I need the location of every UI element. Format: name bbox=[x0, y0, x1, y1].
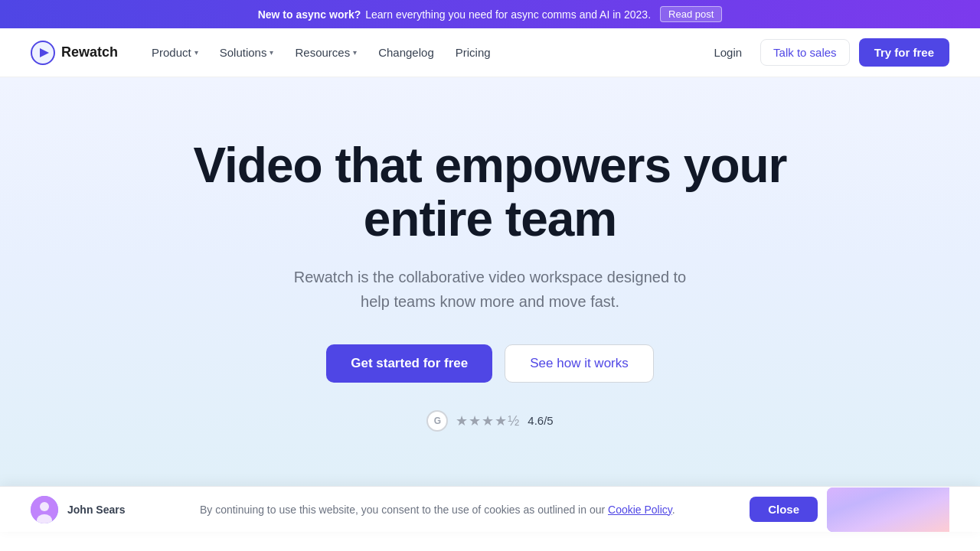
cookie-text: By continuing to use this website, you c… bbox=[155, 504, 719, 516]
cookie-left: John Sears bbox=[31, 496, 125, 523]
star-rating: ★★★★½ bbox=[456, 412, 520, 429]
nav-links: Product ▾ Solutions ▾ Resources ▾ Change… bbox=[142, 40, 704, 65]
nav-item-changelog[interactable]: Changelog bbox=[369, 40, 443, 65]
g2-icon: G bbox=[426, 410, 448, 432]
cookie-policy-link[interactable]: Cookie Policy bbox=[608, 504, 672, 516]
hero-title: Video that empowers your entire team bbox=[122, 139, 858, 246]
login-button[interactable]: Login bbox=[704, 40, 751, 65]
banner-text: Learn everything you need for async comm… bbox=[365, 8, 651, 21]
avatar bbox=[31, 496, 58, 523]
try-for-free-button[interactable]: Try for free bbox=[859, 38, 949, 67]
cookie-person-name: John Sears bbox=[67, 504, 125, 516]
logo-icon bbox=[31, 41, 55, 65]
nav-item-product[interactable]: Product ▾ bbox=[142, 40, 207, 65]
cookie-close-button[interactable]: Close bbox=[750, 497, 818, 522]
nav-item-solutions[interactable]: Solutions ▾ bbox=[211, 40, 283, 65]
chevron-down-icon: ▾ bbox=[194, 48, 198, 57]
rating-row: G ★★★★½ 4.6/5 bbox=[426, 410, 553, 432]
nav-right: Login Talk to sales Try for free bbox=[704, 38, 949, 67]
hero-subtitle: Rewatch is the collaborative video works… bbox=[294, 265, 687, 314]
cookie-banner: John Sears By continuing to use this web… bbox=[0, 486, 980, 532]
see-how-it-works-button[interactable]: See how it works bbox=[505, 344, 654, 383]
preview-image bbox=[827, 487, 949, 532]
chevron-down-icon: ▾ bbox=[353, 48, 357, 57]
banner-new-label: New to async work? bbox=[258, 8, 361, 21]
preview-person bbox=[827, 487, 949, 532]
top-banner: New to async work? Learn everything you … bbox=[0, 0, 980, 28]
cookie-right: Close bbox=[750, 487, 949, 532]
get-started-button[interactable]: Get started for free bbox=[326, 344, 492, 383]
logo[interactable]: Rewatch bbox=[31, 41, 118, 65]
main-nav: Rewatch Product ▾ Solutions ▾ Resources … bbox=[0, 28, 980, 77]
hero-section: Video that empowers your entire team Rew… bbox=[0, 77, 980, 532]
read-post-button[interactable]: Read post bbox=[660, 6, 722, 22]
talk-to-sales-button[interactable]: Talk to sales bbox=[760, 39, 850, 66]
nav-item-resources[interactable]: Resources ▾ bbox=[286, 40, 366, 65]
svg-point-3 bbox=[40, 502, 49, 511]
hero-buttons: Get started for free See how it works bbox=[326, 344, 654, 383]
rating-score: 4.6/5 bbox=[528, 414, 553, 427]
logo-text: Rewatch bbox=[61, 44, 118, 60]
chevron-down-icon: ▾ bbox=[270, 48, 273, 57]
nav-item-pricing[interactable]: Pricing bbox=[446, 40, 500, 65]
